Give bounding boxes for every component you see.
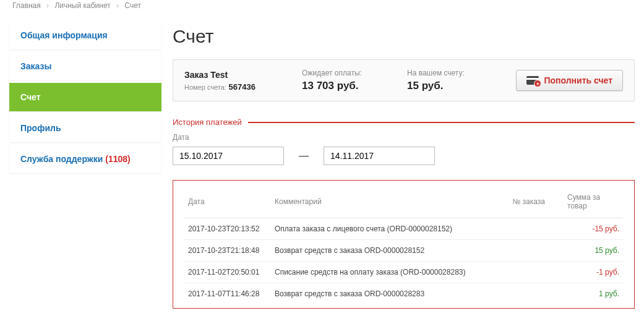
date-filter-label: Дата xyxy=(173,133,635,142)
cell-date: 2017-11-07T11:46:28 xyxy=(184,283,271,305)
cell-comment: Оплата заказа с лицевого счета (ORD-0000… xyxy=(271,218,481,240)
chevron-right-icon: › xyxy=(46,1,49,10)
sidebar-item-label: Профиль xyxy=(20,123,61,133)
account-number: 567436 xyxy=(229,82,255,92)
col-header-order: № заказа xyxy=(481,188,549,218)
date-filter: Дата — xyxy=(173,133,635,165)
chevron-right-icon: › xyxy=(116,1,119,10)
main-content: Счет Заказ Test Номер счета: 567436 Ожид… xyxy=(173,21,635,309)
history-section-title: История платежей xyxy=(173,118,242,127)
cell-comment: Возврат средств с заказа ORD-0000028283 xyxy=(271,283,481,305)
credit-card-plus-icon: + xyxy=(526,76,539,85)
cell-order xyxy=(481,218,549,240)
cell-date: 2017-11-02T20:50:01 xyxy=(184,262,271,283)
cell-sum: 15 руб. xyxy=(549,240,623,262)
table-row: 2017-11-07T11:46:28 Возврат средств с за… xyxy=(184,283,623,305)
summary-balance: На вашем счету: 15 руб. xyxy=(407,69,516,92)
breadcrumb: Главная › Личный кабинет › Счет xyxy=(0,0,644,15)
cell-date: 2017-10-23T21:18:48 xyxy=(184,240,271,262)
date-from-input[interactable] xyxy=(173,147,284,165)
history-table: Дата Комментарий № заказа Сумма за товар… xyxy=(184,188,623,304)
breadcrumb-item[interactable]: Главная xyxy=(12,1,41,10)
topup-button[interactable]: + Пополнить счет xyxy=(516,70,623,91)
cell-order xyxy=(481,262,549,283)
sidebar-item-label: Общая информация xyxy=(20,30,108,40)
topup-button-label: Пополнить счет xyxy=(544,75,612,85)
account-summary: Заказ Test Номер счета: 567436 Ожидает о… xyxy=(173,59,635,101)
cell-date: 2017-10-23T20:13:52 xyxy=(184,218,271,240)
date-to-input[interactable] xyxy=(324,147,435,165)
table-row: 2017-10-23T21:18:48 Возврат средств с за… xyxy=(184,240,623,262)
breadcrumb-item: Счет xyxy=(124,1,141,10)
order-title: Заказ Test xyxy=(184,70,277,80)
sidebar-item-profile[interactable]: Профиль xyxy=(9,114,161,142)
date-range-dash: — xyxy=(299,150,309,161)
table-row: 2017-11-02T20:50:01 Списание средств на … xyxy=(184,262,623,283)
cell-comment: Возврат средств с заказа ORD-0000028152 xyxy=(271,240,481,262)
cell-sum: -15 руб. xyxy=(549,218,623,240)
awaiting-amount: 13 703 руб. xyxy=(302,80,382,92)
sidebar-item-label: Служба поддержки xyxy=(20,154,103,164)
balance-label: На вашем счету: xyxy=(407,69,491,77)
breadcrumb-item[interactable]: Личный кабинет xyxy=(54,1,110,10)
history-section-header: История платежей xyxy=(173,118,635,127)
sidebar-item-orders[interactable]: Заказы xyxy=(9,52,161,80)
col-header-sum: Сумма за товар xyxy=(549,188,623,218)
support-count-badge: (1108) xyxy=(105,154,130,164)
awaiting-label: Ожидает оплаты: xyxy=(302,69,382,77)
account-number-label: Номер счета: xyxy=(184,83,226,91)
summary-order: Заказ Test Номер счета: 567436 xyxy=(184,70,302,92)
sidebar-item-account[interactable]: Счет xyxy=(9,83,161,111)
history-table-container: Дата Комментарий № заказа Сумма за товар… xyxy=(173,180,635,309)
balance-amount: 15 руб. xyxy=(407,80,491,92)
col-header-date: Дата xyxy=(184,188,271,218)
cell-sum: 1 руб. xyxy=(549,283,623,305)
sidebar-item-general[interactable]: Общая информация xyxy=(9,21,161,49)
cell-comment: Списание средств на оплату заказа (ORD-0… xyxy=(271,262,481,283)
sidebar: Общая информация Заказы Счет Профиль Слу… xyxy=(9,21,161,309)
table-row: 2017-10-23T20:13:52 Оплата заказа с лице… xyxy=(184,218,623,240)
page-title: Счет xyxy=(173,26,635,47)
cell-order xyxy=(481,283,549,305)
col-header-comment: Комментарий xyxy=(271,188,481,218)
sidebar-item-label: Заказы xyxy=(20,61,51,71)
cell-sum: -1 руб. xyxy=(549,262,623,283)
cell-order xyxy=(481,240,549,262)
sidebar-item-label: Счет xyxy=(20,92,41,102)
summary-awaiting: Ожидает оплаты: 13 703 руб. xyxy=(302,69,407,92)
sidebar-item-support[interactable]: Служба поддержки (1108) xyxy=(9,145,161,173)
divider xyxy=(248,122,635,123)
